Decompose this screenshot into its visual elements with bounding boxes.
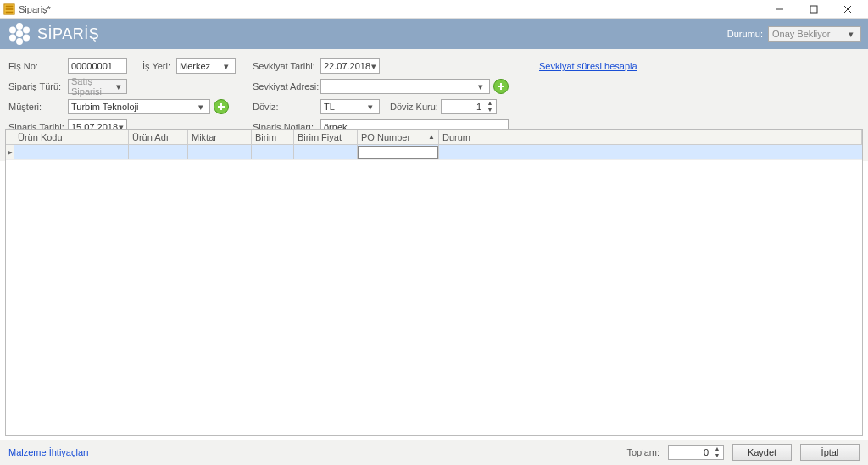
sevkiyat-tarihi-label: Sevkiyat Tarihi: [253,61,320,71]
toplam-input[interactable]: 0 ▲▼ [668,445,724,460]
chevron-down-icon: ▾ [370,61,376,72]
col-urun-kodu[interactable]: Ürün Kodu [14,130,129,144]
window-buttons [763,1,865,18]
minimize-button[interactable] [763,1,797,18]
status-select[interactable]: Onay Bekliyor ▾ [768,26,861,42]
toplam-label: Toplam: [626,447,659,457]
svg-point-12 [23,27,30,34]
col-birim-fiyat[interactable]: Birim Fiyat [294,130,358,144]
musteri-select[interactable]: Turbim Teknoloji▾ [68,99,210,114]
sevkiyat-suresi-link[interactable]: Sevkiyat süresi hesapla [539,61,637,71]
siparis-turu-label: Sipariş Türü: [8,81,68,91]
row-indicator-icon: ▸ [6,145,14,159]
svg-rect-2 [6,8,14,10]
window-titlebar: Sipariş* [0,0,868,19]
chevron-down-icon: ▾ [114,81,124,92]
chevron-down-icon: ▾ [220,61,232,72]
fis-no-input[interactable]: 00000001 [68,58,127,74]
chevron-down-icon: ▾ [475,81,487,92]
chevron-down-icon: ▾ [195,102,207,113]
col-birim[interactable]: Birim [252,130,294,144]
isyeri-label: İş Yeri: [142,61,176,71]
grid-body: ▸ [6,145,862,160]
add-address-button[interactable] [493,79,509,94]
svg-point-9 [16,23,23,30]
malzeme-ihtiyaclari-link[interactable]: Malzeme İhtiyaçları [8,447,89,457]
add-customer-button[interactable] [214,99,229,114]
svg-point-8 [16,30,23,37]
cancel-button[interactable]: İptal [800,444,860,461]
svg-rect-1 [6,5,14,7]
musteri-label: Müşteri: [8,102,68,112]
col-durum[interactable]: Durum [439,130,862,144]
status-label: Durumu: [727,29,763,39]
app-icon [3,3,15,15]
chevron-down-icon: ▾ [364,102,376,113]
svg-point-10 [16,38,23,45]
col-po-number[interactable]: PO Number ▲ [358,130,439,144]
window-title: Sipariş* [19,4,763,14]
fis-no-label: Fiş No: [8,61,68,71]
svg-point-11 [9,27,16,34]
grid-row[interactable]: ▸ [6,145,862,160]
doviz-kuru-label: Döviz Kuru: [390,102,441,112]
doviz-kuru-input[interactable]: 1 ▲▼ [441,99,497,114]
sort-asc-icon: ▲ [428,133,435,141]
flower-icon [7,21,32,47]
maximize-button[interactable] [797,1,831,18]
isyeri-select[interactable]: Merkez▾ [176,58,236,74]
status-value: Onay Bekliyor [772,29,830,39]
siparis-turu-select[interactable]: Satış Siparisi▾ [68,79,127,94]
footer-bar: Malzeme İhtiyaçları Toplam: 0 ▲▼ Kaydet … [0,440,868,465]
po-number-editor[interactable] [358,146,438,159]
spinner-icon[interactable]: ▲▼ [485,100,495,113]
doviz-label: Döviz: [253,102,320,112]
chevron-down-icon: ▾ [845,29,857,40]
col-urun-adi[interactable]: Ürün Adı [129,130,188,144]
save-button[interactable]: Kaydet [732,444,792,461]
doviz-select[interactable]: TL▾ [320,99,380,114]
sevkiyat-tarihi-input[interactable]: 22.07.2018▾ [320,58,380,74]
header-ribbon: SİPARİŞ Durumu: Onay Bekliyor ▾ [0,19,868,49]
page-title: SİPARİŞ [37,25,99,43]
svg-point-14 [23,35,30,42]
close-button[interactable] [831,1,865,18]
grid-header: Ürün Kodu Ürün Adı Miktar Birim Birim Fi… [6,130,862,145]
sevkiyat-adresi-select[interactable]: ▾ [320,79,490,94]
svg-rect-5 [810,6,817,13]
order-lines-grid[interactable]: Ürün Kodu Ürün Adı Miktar Birim Birim Fi… [5,129,863,436]
col-miktar[interactable]: Miktar [188,130,252,144]
svg-rect-3 [6,11,14,13]
status-area: Durumu: Onay Bekliyor ▾ [727,26,861,42]
svg-point-13 [9,35,16,42]
spinner-icon[interactable]: ▲▼ [712,446,722,459]
sevkiyat-adresi-label: Sevkiyat Adresi: [253,81,320,91]
grid-handle-header [6,130,14,144]
